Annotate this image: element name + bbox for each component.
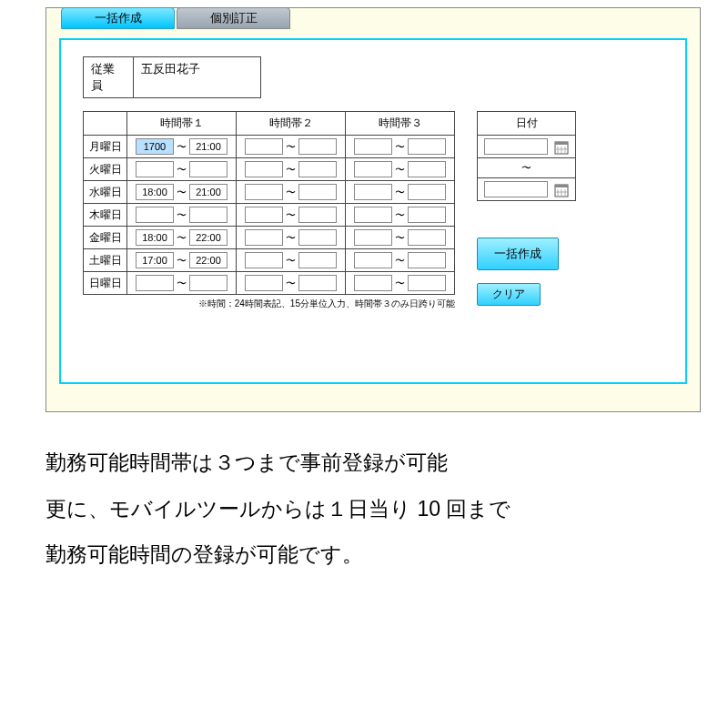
slot3-to-input[interactable] [408,207,446,223]
description-line-2: 更に、モバイルツールからは１日当り 10 回まで [46,486,701,532]
slot2-from-input[interactable] [245,275,283,291]
slot2-from-input[interactable] [245,138,283,155]
bulk-create-button[interactable]: 一括作成 [477,238,559,270]
slot-2-cell: 〜 [237,136,346,158]
day-label: 火曜日 [84,158,127,181]
calendar-icon[interactable] [554,140,569,155]
slot3-to-input[interactable] [408,161,446,177]
slot-2-cell: 〜 [237,158,346,181]
col-slot1: 時間帯１ [127,112,237,136]
slot-1-cell: 〜 [127,158,237,181]
slot3-to-input[interactable] [408,275,446,291]
content-panel: 従業員 五反田花子 時間帯１ 時間帯２ 時間帯３ 月曜日〜〜〜火曜日〜〜〜水曜日… [59,38,687,384]
calendar-icon[interactable] [554,183,569,197]
slot1-from-input[interactable] [136,161,174,177]
tilde: 〜 [395,164,405,175]
slot3-to-input[interactable] [408,229,446,246]
table-row: 木曜日〜〜〜 [84,204,455,227]
slot2-to-input[interactable] [298,184,337,200]
slot-2-cell: 〜 [237,227,346,249]
slot-3-cell: 〜 [346,136,455,158]
tilde: 〜 [286,255,296,266]
slot1-to-input[interactable] [189,229,228,246]
slot3-from-input[interactable] [354,184,392,200]
slot2-to-input[interactable] [298,229,337,246]
slot2-from-input[interactable] [245,184,283,200]
slot1-to-input[interactable] [189,252,228,268]
slot3-from-input[interactable] [354,229,392,246]
slot2-from-input[interactable] [245,229,283,246]
tilde: 〜 [286,232,296,243]
tilde: 〜 [395,278,405,288]
day-label: 土曜日 [84,249,127,272]
date-to-input[interactable] [484,181,548,197]
slot3-from-input[interactable] [354,252,392,268]
schedule-block: 時間帯１ 時間帯２ 時間帯３ 月曜日〜〜〜火曜日〜〜〜水曜日〜〜〜木曜日〜〜〜金… [83,111,455,310]
slot1-from-input[interactable] [136,207,174,223]
slot-1-cell: 〜 [127,272,237,295]
slot2-to-input[interactable] [298,252,337,268]
employee-name: 五反田花子 [134,56,261,98]
col-slot2: 時間帯２ [237,112,346,136]
slot1-from-input[interactable] [136,252,174,268]
slot-1-cell: 〜 [127,204,237,227]
slot1-to-input[interactable] [189,161,228,177]
slot-3-cell: 〜 [346,158,455,181]
col-date: 日付 [478,112,576,136]
col-slot3: 時間帯３ [346,112,455,136]
slot1-to-input[interactable] [189,207,228,223]
tilde: 〜 [286,141,296,152]
tab-individual-edit[interactable]: 個別訂正 [177,7,290,29]
slot-2-cell: 〜 [237,272,346,295]
slot1-from-input[interactable] [136,275,174,291]
slot1-from-input[interactable] [136,184,174,200]
slot2-to-input[interactable] [298,138,337,155]
slot-1-cell: 〜 [127,249,237,272]
slot3-from-input[interactable] [354,161,392,177]
schedule-table: 時間帯１ 時間帯２ 時間帯３ 月曜日〜〜〜火曜日〜〜〜水曜日〜〜〜木曜日〜〜〜金… [83,111,455,295]
slot-3-cell: 〜 [346,227,455,249]
date-from-input[interactable] [484,138,548,155]
tilde: 〜 [177,232,187,243]
slot-3-cell: 〜 [346,249,455,272]
date-tilde: 〜 [478,158,576,178]
svg-rect-7 [555,185,568,187]
footer-note: ※時間：24時間表記、15分単位入力、時間帯３のみ日跨り可能 [83,295,455,310]
slot2-to-input[interactable] [298,275,337,291]
tab-bulk-create[interactable]: 一括作成 [61,7,175,29]
slot-1-cell: 〜 [127,181,237,204]
slot1-from-input[interactable] [136,138,174,155]
slot3-to-input[interactable] [408,138,446,155]
slot1-to-input[interactable] [189,138,228,155]
slot-3-cell: 〜 [346,181,455,204]
description: 勤務可能時間帯は３つまで事前登録が可能 更に、モバイルツールからは１日当り 10… [46,440,701,578]
slot2-from-input[interactable] [245,161,283,177]
slot3-from-input[interactable] [354,138,392,155]
slot2-from-input[interactable] [245,252,283,268]
slot-2-cell: 〜 [237,249,346,272]
tilde: 〜 [177,187,187,197]
day-label: 木曜日 [84,204,127,227]
description-line-3: 勤務可能時間の登録が可能です。 [46,531,701,578]
main-row: 時間帯１ 時間帯２ 時間帯３ 月曜日〜〜〜火曜日〜〜〜水曜日〜〜〜木曜日〜〜〜金… [83,111,663,310]
slot3-to-input[interactable] [408,252,446,268]
employee-label: 従業員 [83,56,134,98]
slot2-to-input[interactable] [298,161,337,177]
slot2-to-input[interactable] [298,207,337,223]
tilde: 〜 [395,209,405,220]
tilde: 〜 [286,164,296,175]
tilde: 〜 [177,278,187,288]
table-row: 日曜日〜〜〜 [84,272,455,295]
slot-2-cell: 〜 [237,204,346,227]
slot1-to-input[interactable] [189,184,228,200]
slot1-to-input[interactable] [189,275,228,291]
slot3-to-input[interactable] [408,184,446,200]
slot3-from-input[interactable] [354,275,392,291]
day-label: 日曜日 [84,272,127,295]
slot2-from-input[interactable] [245,207,283,223]
slot1-from-input[interactable] [136,229,174,246]
tilde: 〜 [177,164,187,175]
slot3-from-input[interactable] [354,207,392,223]
tilde: 〜 [395,187,405,197]
clear-button[interactable]: クリア [477,283,541,306]
